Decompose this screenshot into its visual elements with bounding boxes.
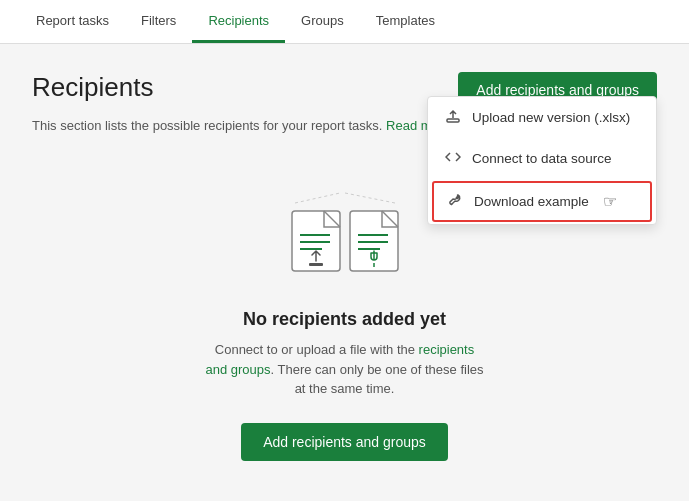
dropdown-menu: Upload new version (.xlsx) Connect to da… xyxy=(427,96,657,225)
add-recipients-center-button[interactable]: Add recipients and groups xyxy=(241,423,448,461)
svg-line-2 xyxy=(345,193,395,203)
dropdown-connect[interactable]: Connect to data source xyxy=(428,138,656,179)
empty-description: Connect to or upload a file with the rec… xyxy=(205,340,485,399)
dropdown-upload[interactable]: Upload new version (.xlsx) xyxy=(428,97,656,138)
main-content: Recipients Add recipients and groups Thi… xyxy=(0,44,689,489)
empty-title: No recipients added yet xyxy=(243,309,446,330)
code-icon xyxy=(444,149,462,168)
wrench-icon xyxy=(446,192,464,211)
cursor-icon: ☞ xyxy=(603,192,617,211)
dropdown-download-label: Download example xyxy=(474,194,589,209)
tab-recipients[interactable]: Recipients xyxy=(192,1,285,43)
recipients-highlight: recipients and groups xyxy=(205,342,474,377)
dropdown-upload-label: Upload new version (.xlsx) xyxy=(472,110,630,125)
tab-filters[interactable]: Filters xyxy=(125,1,192,43)
description-text: This section lists the possible recipien… xyxy=(32,118,382,133)
svg-rect-7 xyxy=(309,263,323,266)
page-title: Recipients xyxy=(32,72,153,103)
tab-templates[interactable]: Templates xyxy=(360,1,451,43)
tab-report-tasks[interactable]: Report tasks xyxy=(20,1,125,43)
svg-line-1 xyxy=(295,193,340,203)
svg-rect-0 xyxy=(447,119,459,122)
top-nav: Report tasks Filters Recipients Groups T… xyxy=(0,0,689,44)
upload-icon xyxy=(444,108,462,127)
dropdown-download[interactable]: Download example ☞ xyxy=(432,181,652,222)
dropdown-connect-label: Connect to data source xyxy=(472,151,612,166)
tab-groups[interactable]: Groups xyxy=(285,1,360,43)
illustration xyxy=(280,183,410,293)
